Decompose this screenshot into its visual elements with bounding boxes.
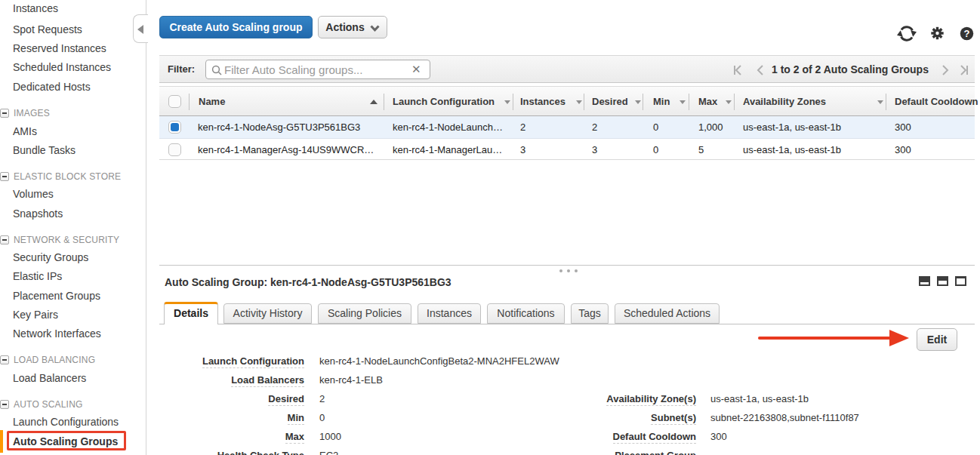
svg-text:?: ? (964, 28, 970, 39)
